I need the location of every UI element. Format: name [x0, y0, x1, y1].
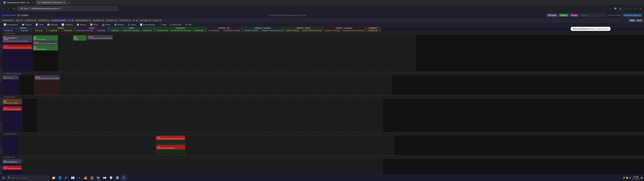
- card-bug-defect[interactable]: Defect Clean out bad code Development: [3, 106, 22, 110]
- cards-button[interactable]: 28 Cards: [546, 14, 558, 17]
- reload-button[interactable]: ↻: [12, 6, 16, 11]
- not-filtered-select-6[interactable]: Not Filtered: [139, 19, 152, 22]
- nav-help[interactable]: ❓ Help: [158, 23, 168, 26]
- nav-ui-metrics[interactable]: 📈 UI Metrics: [60, 23, 75, 26]
- filter-not-filtered-4: Not Filtered: [105, 19, 118, 22]
- taskbar-app-explorer[interactable]: 📁: [51, 175, 57, 181]
- taskbar-app-photos[interactable]: 📷: [95, 175, 101, 181]
- nav-ksf[interactable]: 📌 KSF: [183, 23, 193, 26]
- card-test-t13[interactable]: T-13 RebeccaShatfield-13: [3, 160, 22, 164]
- filter-apply-button[interactable]: Filter: [629, 19, 635, 22]
- swimlane-label-2: Medium Enhancements: [0, 68, 2, 82]
- refresh-button[interactable]: Refresh: [559, 14, 569, 17]
- all-select-2[interactable]: All: [132, 19, 138, 22]
- phase-system-cols: System Testing 0 System Testing Accepted…: [284, 29, 323, 32]
- extensions-button[interactable]: 🧩: [613, 6, 618, 11]
- back-button[interactable]: ‹: [1, 6, 6, 11]
- account-button[interactable]: 👤: [618, 6, 622, 11]
- swimlane-bugs-header: ▼ Medium Bugs: [2, 96, 644, 98]
- card-enh-blocked[interactable]: Blocked This a pilot story, Analysis, Re…: [35, 76, 60, 80]
- search-input[interactable]: [580, 14, 607, 17]
- new-tab-button[interactable]: +: [67, 1, 71, 4]
- taskbar-app-security[interactable]: 🛡️: [108, 175, 114, 181]
- battery-icon: 🔋: [623, 177, 625, 179]
- cell-triaged-enh: [19, 75, 34, 95]
- card-enh-1[interactable]: ENH Enhancement card: [3, 76, 18, 79]
- card-bug-1[interactable]: BUG Bug Analysis, Rebecca Shatfield: [3, 99, 22, 104]
- taskbar-app-terminal[interactable]: ⌨️: [102, 175, 108, 181]
- maximize-button[interactable]: □: [633, 6, 638, 11]
- notification-icon: 🔔: [641, 177, 643, 179]
- card-def-dev-1[interactable]: Defect Clean out bad code Development Re…: [156, 136, 185, 140]
- nav-cards[interactable]: 🃏 Cards: [34, 23, 45, 26]
- not-filtered-select-2[interactable]: Not Filtered: [37, 19, 50, 22]
- tab-close-screenshots[interactable]: ✕: [64, 2, 65, 4]
- forward-button[interactable]: ›: [7, 6, 11, 11]
- card-test-defect[interactable]: Defect Clean out bad code Development: [3, 166, 22, 170]
- normal-select[interactable]: Normal: [152, 19, 162, 22]
- taskbar-app-mail[interactable]: 📧: [70, 175, 76, 181]
- taskbar-app-edge[interactable]: 🌐: [57, 175, 63, 181]
- nav-admin[interactable]: 👤 Admin: [126, 23, 138, 26]
- card-blocked-1[interactable]: Blocked This a pilot story, Analysis, Re…: [33, 41, 58, 45]
- nav-projects[interactable]: 📁 Projects: [20, 23, 33, 26]
- advanced-search-link[interactable]: Advanced Search: [608, 14, 621, 16]
- hierarchy-select[interactable]: Hierarchical: [1, 19, 14, 22]
- backlog-plan-count: 1: [41, 30, 42, 31]
- card-defined-blocked[interactable]: Blocked This a pilot story, Analysis, Re…: [88, 35, 112, 40]
- app-header: Kanbanara @ Untitled A Kanban-Based Proj…: [0, 12, 644, 18]
- card-epic-2[interactable]: EPIC Epic last week/today Backlog: [33, 45, 58, 50]
- tab-screenshots[interactable]: 📷 Kanbanara / Screenshots ✕: [36, 0, 67, 5]
- export-button[interactable]: Export: [570, 14, 578, 17]
- nav-settings[interactable]: ⚙️ Settings: [112, 23, 126, 26]
- ksf-icon: 📌: [185, 24, 187, 26]
- cell-backlog-tests: [52, 159, 66, 174]
- filter-reset-button[interactable]: Reset: [636, 19, 643, 22]
- taskbar-search-input[interactable]: [12, 177, 45, 179]
- minimize-button[interactable]: —: [628, 6, 632, 11]
- nav-meetings[interactable]: 📅 Meetings: [46, 23, 60, 26]
- address-bar[interactable]: 192.168.1.77:8080/kanban/index/projectio…: [18, 6, 118, 11]
- card-t15[interactable]: T-15 RebeccaShatfield-15 Blocked This is…: [3, 35, 32, 42]
- taskbar-app-settings[interactable]: ⚙️: [114, 175, 120, 181]
- nav-rest-api[interactable]: 🔌 REST API: [168, 23, 183, 26]
- nav-visualisations[interactable]: 📊 Visualisations: [2, 23, 20, 26]
- taskbar-app-kanbanara[interactable]: K: [121, 175, 127, 181]
- tab-kanbanara[interactable]: K Kanbanara @ Untitled - Ka... ✕: [1, 0, 36, 5]
- tab-close-kanbanara[interactable]: ✕: [32, 2, 33, 4]
- nav-documentation[interactable]: 📄 Documentation: [138, 23, 157, 26]
- not-filtered-select-3[interactable]: Not Filtered: [92, 19, 104, 22]
- filter-tag-untriaged[interactable]: Untriaged-Completed: [50, 20, 67, 22]
- menu-button[interactable]: ⋮: [623, 6, 628, 11]
- nav-reports[interactable]: 📋 Reports: [75, 23, 88, 26]
- reports-icon: 📋: [77, 24, 79, 26]
- taskbar-app-calc[interactable]: 🧮: [89, 175, 95, 181]
- card-backlog-1[interactable]: EPIC Epic Backlog: [73, 35, 86, 40]
- not-filtered-select-1[interactable]: Not Filtered: [24, 19, 36, 22]
- filter-normal: Normal: [152, 19, 162, 22]
- taskbar-app-chrome[interactable]: ●: [76, 175, 82, 181]
- all-select[interactable]: All: [68, 19, 74, 22]
- not-filtered-select-4[interactable]: Not Filtered: [105, 19, 118, 22]
- phase-backlog-label: Backlog: [46, 27, 75, 29]
- taskbar-app-firefox[interactable]: 🦊: [82, 175, 88, 181]
- wifi-icon: 📶: [626, 177, 628, 179]
- close-browser-button[interactable]: ✕: [638, 6, 643, 11]
- help-icon: ❓: [159, 24, 162, 26]
- nav-filters[interactable]: 🔽 Filters: [88, 23, 100, 26]
- cell-untriaged-enh: ENH Enhancement card: [2, 75, 19, 95]
- card-def-dev-2[interactable]: Defect Clean out bad code Development: [156, 145, 185, 149]
- user-select[interactable]: RebeccaShatfield: [75, 19, 91, 22]
- bookmark-button[interactable]: ☆: [608, 6, 612, 11]
- not-filtered-select-5[interactable]: Not Filtered: [118, 19, 131, 22]
- cell-ut-enh: [219, 75, 234, 95]
- col-head-triaged: Triaged 2: [17, 29, 32, 32]
- taskbar-search-box: 🔍: [6, 176, 50, 180]
- none-select[interactable]: None: [15, 19, 23, 22]
- nav-export[interactable]: 📤 Export: [100, 23, 112, 26]
- card-epic-1[interactable]: EPIC Epic last week/today Backlog: [33, 35, 58, 40]
- taskbar-app-store[interactable]: 🛒: [64, 175, 70, 181]
- card-defect-1[interactable]: Defect Clean out bad code Development, R…: [3, 45, 32, 49]
- documentation-icon: 📄: [140, 24, 142, 26]
- start-button[interactable]: ⊞: [1, 176, 6, 180]
